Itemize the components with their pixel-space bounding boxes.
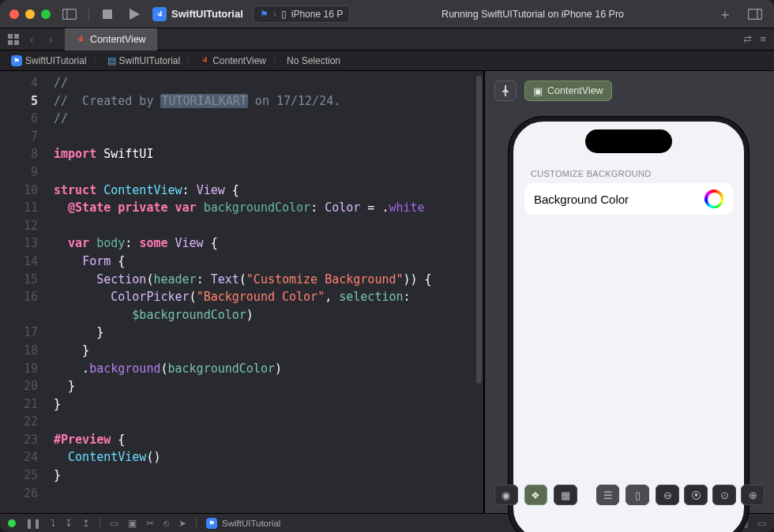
device-settings-button[interactable]: ☰ bbox=[596, 485, 620, 505]
related-items-icon[interactable] bbox=[6, 32, 21, 47]
run-destination[interactable]: ⚑ › ▯ iPhone 16 P bbox=[253, 6, 350, 23]
zoom-fit-button[interactable]: ⊙ bbox=[712, 485, 736, 505]
crumb-folder: ▤ SwiftUITutorial bbox=[104, 55, 184, 66]
window-controls bbox=[9, 9, 51, 19]
svg-rect-4 bbox=[749, 9, 762, 19]
run-button[interactable] bbox=[126, 9, 143, 20]
code-area[interactable]: //// Created by TUTORIALKART on 17/12/24… bbox=[54, 74, 474, 502]
nav-forward-button[interactable]: › bbox=[43, 33, 58, 46]
live-preview-button[interactable]: ◉ bbox=[494, 485, 518, 505]
destination-label: iPhone 16 P bbox=[291, 9, 343, 20]
svg-rect-0 bbox=[63, 9, 77, 19]
color-well[interactable] bbox=[704, 189, 723, 208]
selectable-preview-button[interactable]: ❖ bbox=[524, 485, 548, 505]
zoom-in-button[interactable]: ⊕ bbox=[741, 485, 765, 505]
step-into-icon[interactable]: ↧ bbox=[65, 518, 73, 529]
minimize-window-button[interactable] bbox=[25, 9, 35, 19]
dynamic-island bbox=[585, 129, 672, 153]
sidebar-toggle-icon[interactable] bbox=[60, 6, 79, 22]
form-section-header: CUSTOMIZE BACKGROUND bbox=[524, 169, 733, 183]
chevron-right-icon: 〉 bbox=[271, 55, 282, 66]
svg-rect-7 bbox=[14, 34, 19, 39]
pause-icon[interactable]: ❚❚ bbox=[25, 518, 41, 529]
zoom-out-button[interactable]: ⊖ bbox=[656, 485, 679, 505]
chevron-right-icon: 〉 bbox=[92, 55, 103, 66]
toggle-console-icon[interactable]: ▭ bbox=[757, 518, 766, 529]
nav-back-button[interactable]: ‹ bbox=[24, 33, 39, 46]
process-selector[interactable]: ⚑ SwiftUITutorial bbox=[206, 518, 280, 529]
destination-app-icon: ⚑ bbox=[260, 9, 269, 20]
environment-icon[interactable]: ✂ bbox=[146, 518, 154, 529]
app-icon bbox=[152, 7, 167, 21]
svg-marker-3 bbox=[130, 9, 140, 20]
line-gutter: 4567891011121314151617181920212223242526 bbox=[0, 71, 46, 513]
project-name: SwiftUITutorial bbox=[171, 8, 243, 20]
editor-tab[interactable]: ContentView bbox=[65, 28, 157, 51]
simulate-location-icon[interactable]: ⎋ bbox=[163, 518, 169, 529]
adjust-editor-icon[interactable]: ⇄ bbox=[743, 33, 752, 45]
close-window-button[interactable] bbox=[9, 9, 19, 19]
scheme-selector[interactable]: SwiftUITutorial bbox=[152, 7, 243, 21]
debug-view-icon[interactable]: ▭ bbox=[110, 518, 118, 529]
preview-struct-icon: ▣ bbox=[533, 85, 543, 97]
preview-label: ContentView bbox=[547, 85, 603, 96]
svg-rect-2 bbox=[103, 9, 112, 19]
orientation-button[interactable]: ▯ bbox=[626, 485, 649, 505]
step-out-icon[interactable]: ↥ bbox=[82, 518, 90, 529]
location-icon[interactable]: ➤ bbox=[178, 518, 186, 529]
jump-bar[interactable]: ⚑ SwiftUITutorial 〉 ▤ SwiftUITutorial 〉 … bbox=[0, 51, 774, 71]
pin-preview-button[interactable] bbox=[494, 81, 517, 101]
canvas-bottom-toolbar: ◉ ❖ ▦ ☰ ▯ ⊖ ⦿ ⊙ ⊕ bbox=[494, 485, 765, 505]
color-picker-row[interactable]: Background Color bbox=[524, 183, 733, 215]
stop-button[interactable] bbox=[99, 9, 116, 19]
preview-selector[interactable]: ▣ ContentView bbox=[524, 81, 612, 101]
tab-filename: ContentView bbox=[90, 34, 146, 45]
crumb-file: ContentView bbox=[197, 55, 269, 66]
app-icon: ⚑ bbox=[206, 518, 217, 529]
swift-file-icon bbox=[201, 55, 209, 66]
svg-rect-8 bbox=[8, 40, 13, 45]
activity-status: Running SwiftUITutorial on iPhone 16 Pro bbox=[359, 9, 706, 20]
folder-icon: ▤ bbox=[107, 55, 116, 66]
memory-graph-icon[interactable]: ▣ bbox=[128, 518, 137, 529]
svg-rect-9 bbox=[14, 40, 19, 45]
phone-icon: ▯ bbox=[281, 9, 287, 20]
library-toggle-icon[interactable] bbox=[746, 6, 765, 22]
app-icon: ⚑ bbox=[11, 55, 22, 66]
add-button[interactable]: ＋ bbox=[716, 6, 735, 22]
titlebar: SwiftUITutorial ⚑ › ▯ iPhone 16 P Runnin… bbox=[0, 0, 774, 28]
row-label: Background Color bbox=[534, 193, 629, 206]
simulator-frame: CUSTOMIZE BACKGROUND Background Color bbox=[509, 117, 749, 532]
zoom-window-button[interactable] bbox=[41, 9, 51, 19]
editor-layout-icon[interactable]: ≡ bbox=[760, 33, 766, 45]
svg-rect-6 bbox=[8, 34, 13, 39]
preview-canvas: ▣ ContentView CUSTOMIZE BACKGROUND Backg… bbox=[483, 71, 774, 513]
zoom-actual-button[interactable]: ⦿ bbox=[684, 485, 708, 505]
variants-button[interactable]: ▦ bbox=[554, 485, 577, 505]
status-indicator bbox=[8, 519, 16, 527]
swift-file-icon bbox=[76, 34, 85, 46]
chevron-right-icon: 〉 bbox=[185, 55, 196, 66]
crumb-selection: No Selection bbox=[284, 55, 344, 66]
source-editor[interactable]: 4567891011121314151617181920212223242526… bbox=[0, 71, 483, 513]
step-over-icon[interactable]: ⤵ bbox=[51, 518, 55, 529]
crumb-project: ⚑ SwiftUITutorial bbox=[8, 55, 90, 66]
tabbar: ‹ › ContentView ⇄ ≡ bbox=[0, 28, 774, 51]
pin-icon bbox=[501, 85, 510, 96]
scrollbar-vertical[interactable] bbox=[476, 76, 482, 384]
